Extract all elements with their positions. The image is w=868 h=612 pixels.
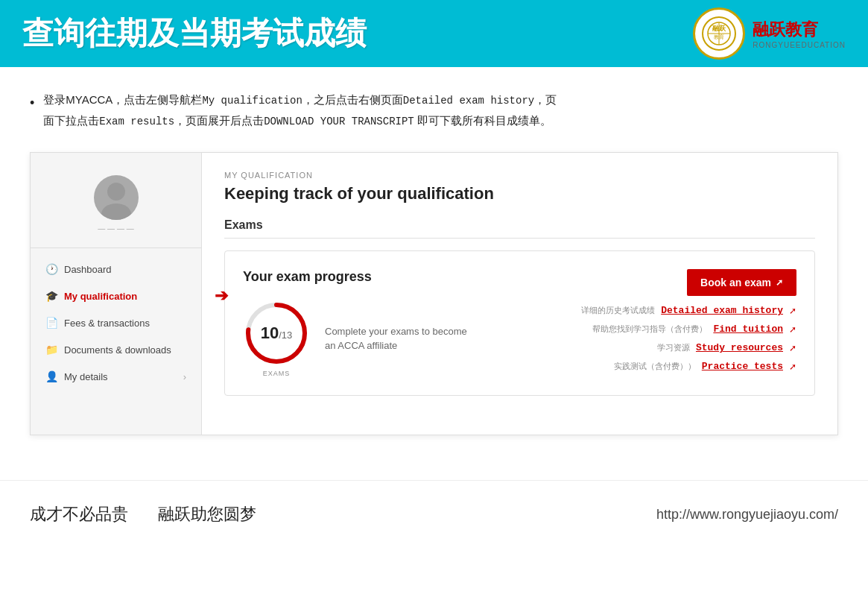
sidebar-item-documents[interactable]: 📁 Documents & downloads <box>31 336 201 363</box>
book-exam-label: Book an exam <box>700 277 771 288</box>
external-icon-4: ➚ <box>789 362 796 372</box>
external-icon-2: ➚ <box>789 324 796 335</box>
card-title: Your exam progress <box>243 269 474 285</box>
link-cn-detailed: 详细的历史考试成绩 <box>581 305 655 316</box>
link-row-practice: 实践测试（含付费）） Practice tests ➚ <box>614 361 796 372</box>
panel-label: MY QUALIFICATION <box>224 171 815 180</box>
page-title: 查询往期及当期考试成绩 <box>22 13 367 54</box>
link-cn-study: 学习资源 <box>657 342 690 353</box>
external-icon-3: ➚ <box>789 343 796 353</box>
nav-label-details: My details <box>64 371 108 382</box>
footer-slogan1: 成才不必品贵 <box>30 503 128 526</box>
user-avatar-section: — — — — <box>31 168 201 248</box>
chevron-right-icon: › <box>183 371 186 382</box>
sidebar: — — — — 🕐 Dashboard 🎓 My qualification ➔… <box>31 153 202 435</box>
progress-circle-area: 10/13 EXAMS Complete your exams to becom… <box>243 300 474 377</box>
nav-label-documents: Documents & downloads <box>64 344 171 356</box>
main-content: • 登录MYACCA，点击左侧导航栏My qualification，之后点击右… <box>0 67 868 473</box>
link-detailed-exam-history[interactable]: Detailed exam history <box>661 305 783 316</box>
logo-name-cn: 融跃教育 <box>753 19 818 41</box>
circle-current: 10 <box>261 324 279 342</box>
graduation-icon: 🎓 <box>45 290 58 302</box>
avatar <box>94 175 139 220</box>
footer-left: 成才不必品贵 融跃助您圆梦 <box>30 503 256 526</box>
sidebar-item-dashboard[interactable]: 🕐 Dashboard <box>31 256 201 283</box>
logo-area: 融跃 教育 融跃教育 RONGYUEEDUCATION <box>693 7 846 60</box>
link-cn-tuition: 帮助您找到学习指导（含付费） <box>592 324 707 335</box>
circle-total: /13 <box>279 329 292 341</box>
progress-desc: Complete your exams to become an ACCA af… <box>325 324 474 353</box>
sidebar-item-my-details[interactable]: 👤 My details › <box>31 363 201 390</box>
exam-progress-card: Your exam progress 10/ <box>224 250 815 396</box>
progress-left: Your exam progress 10/ <box>243 269 474 377</box>
avatar-icon <box>94 175 139 220</box>
progress-right: Book an exam ➚ 详细的历史考试成绩 Detailed exam h… <box>581 269 796 372</box>
nav-arrow: ➔ <box>215 286 228 306</box>
clock-icon: 🕐 <box>45 263 58 275</box>
logo-name-en: RONGYUEEDUCATION <box>753 41 846 49</box>
progress-circle: 10/13 <box>243 300 310 367</box>
section-exams: Exams <box>224 218 815 239</box>
nav-label-fees: Fees & transactions <box>64 318 150 329</box>
myacca-mockup: — — — — 🕐 Dashboard 🎓 My qualification ➔… <box>30 152 838 435</box>
footer-url[interactable]: http://www.rongyuejiaoyu.com/ <box>656 507 838 523</box>
file-icon: 📄 <box>45 317 58 329</box>
nav-label-qualification: My qualification <box>64 291 137 302</box>
person-icon: 👤 <box>45 370 58 382</box>
folder-icon: 📁 <box>45 344 58 356</box>
links-area: 详细的历史考试成绩 Detailed exam history ➚ ↓ 帮助您找… <box>581 305 796 372</box>
sidebar-item-fees[interactable]: 📄 Fees & transactions <box>31 309 201 336</box>
link-row-tuition: 帮助您找到学习指导（含付费） Find tuition ➚ <box>592 324 796 335</box>
instruction-block: • 登录MYACCA，点击左侧导航栏My qualification，之后点击右… <box>30 89 838 131</box>
circle-text: 10/13 <box>261 324 293 343</box>
main-panel: MY QUALIFICATION Keeping track of your q… <box>202 153 837 435</box>
logo-text: 融跃教育 RONGYUEEDUCATION <box>753 19 846 49</box>
avatar-name: — — — — <box>98 224 133 233</box>
link-study-resources[interactable]: Study resources <box>696 342 783 353</box>
link-find-tuition[interactable]: Find tuition <box>713 324 783 335</box>
circle-label: EXAMS <box>263 370 291 377</box>
link-cn-practice: 实践测试（含付费）） <box>614 361 696 372</box>
page-header: 查询往期及当期考试成绩 融跃 教育 融跃教育 RONGYUEEDUCATION <box>0 0 868 67</box>
panel-title: Keeping track of your qualification <box>224 184 815 204</box>
sidebar-item-my-qualification[interactable]: 🎓 My qualification ➔ <box>31 283 201 309</box>
external-icon-1: ➚ <box>789 306 796 316</box>
link-row-study: 学习资源 Study resources ➚ <box>657 342 796 353</box>
link-row-detailed: 详细的历史考试成绩 Detailed exam history ➚ ↓ <box>581 305 796 316</box>
svg-point-7 <box>101 204 131 220</box>
bullet-point: • <box>30 91 34 115</box>
external-link-icon: ➚ <box>776 277 783 288</box>
logo-icon: 融跃 教育 <box>700 15 738 52</box>
svg-point-6 <box>107 183 125 201</box>
footer-slogan2: 融跃助您圆梦 <box>158 503 256 526</box>
link-practice-tests[interactable]: Practice tests <box>702 361 783 372</box>
footer: 成才不必品贵 融跃助您圆梦 http://www.rongyuejiaoyu.c… <box>0 480 868 548</box>
nav-label-dashboard: Dashboard <box>64 264 112 275</box>
logo-circle: 融跃 教育 <box>693 7 745 60</box>
instruction-text: 登录MYACCA，点击左侧导航栏My qualification，之后点击右侧页… <box>43 89 557 131</box>
